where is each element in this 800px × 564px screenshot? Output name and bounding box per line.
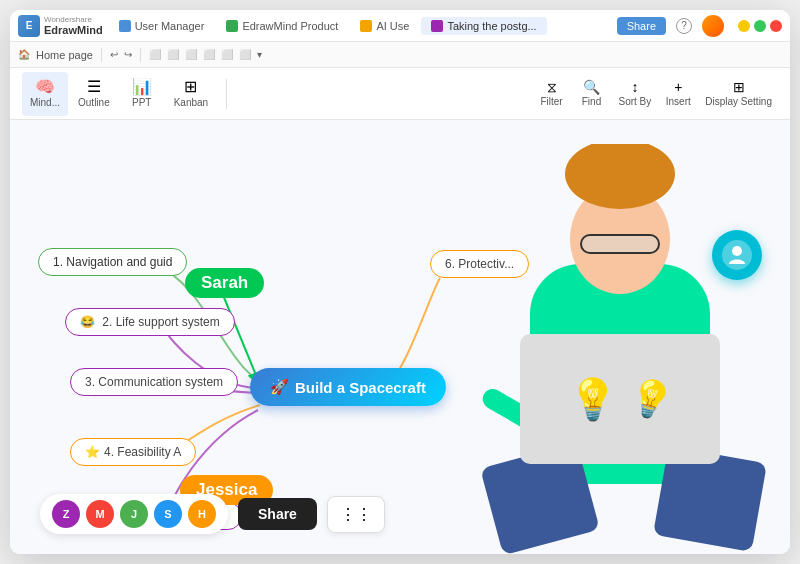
brand-name: EdrawMind — [44, 24, 103, 36]
tool-ppt[interactable]: 📊 PPT — [120, 72, 164, 116]
nav-separator-2 — [140, 48, 141, 62]
tab-label: AI Use — [376, 20, 409, 32]
brand-sub: Wondershare — [44, 15, 103, 24]
window-controls: Share ? — □ ✕ — [609, 15, 782, 37]
tab-label: Taking the postg... — [447, 20, 536, 32]
node-communication[interactable]: 3. Communication system — [70, 368, 238, 396]
filter-icon: ⧖ — [547, 80, 557, 94]
user-avatar[interactable] — [702, 15, 724, 37]
ppt-icon: 📊 — [132, 79, 152, 95]
node-nav-label: 1. Navigation and guid — [53, 255, 172, 269]
tool-display[interactable]: ⊞ Display Setting — [699, 76, 778, 111]
avatar-j[interactable]: J — [120, 500, 148, 528]
insert-label: Insert — [666, 96, 691, 107]
title-bar: E Wondershare EdrawMind User Manager Edr… — [10, 10, 790, 42]
nav-tool-1[interactable]: ⬜ — [149, 49, 161, 60]
insert-icon: + — [674, 80, 682, 94]
outline-icon: ☰ — [87, 79, 101, 95]
nav-bar: 🏠 Home page ↩ ↪ ⬜ ⬜ ⬜ ⬜ ⬜ ⬜ ▾ — [10, 42, 790, 68]
toolbar: 🧠 Mind... ☰ Outline 📊 PPT ⊞ Kanban ⧖ Fil… — [10, 68, 790, 120]
ppt-label: PPT — [132, 97, 151, 108]
avatar-z-letter: Z — [63, 508, 70, 520]
avatar-z[interactable]: Z — [52, 500, 80, 528]
filter-label: Filter — [540, 96, 562, 107]
node-comm-label: 3. Communication system — [85, 375, 223, 389]
central-icon: 🚀 — [270, 378, 289, 396]
sortby-icon: ↕ — [631, 80, 638, 94]
nav-tool-5[interactable]: ⬜ — [221, 49, 233, 60]
svg-point-0 — [732, 246, 742, 256]
redo-icon[interactable]: ↪ — [124, 49, 132, 60]
avatar-h[interactable]: H — [188, 500, 216, 528]
nav-tool-4[interactable]: ⬜ — [203, 49, 215, 60]
display-label: Display Setting — [705, 96, 772, 107]
home-page-label[interactable]: Home page — [36, 49, 93, 61]
floating-circle — [712, 230, 762, 280]
tab-ai-use[interactable]: AI Use — [350, 17, 419, 35]
bottom-bar: Z M J S H Share ⋮⋮ — [40, 494, 385, 534]
name-sarah: Sarah — [185, 268, 264, 298]
sortby-label: Sort By — [619, 96, 652, 107]
help-icon[interactable]: ? — [676, 18, 692, 34]
close-button[interactable]: ✕ — [770, 20, 782, 32]
tab-bar: User Manager EdrawMind Product AI Use Ta… — [109, 17, 603, 35]
node-feasibility-label: 4. Feasibility A — [104, 445, 181, 459]
tool-find[interactable]: 🔍 Find — [573, 76, 611, 111]
nav-tool-2[interactable]: ⬜ — [167, 49, 179, 60]
display-icon: ⊞ — [733, 80, 745, 94]
nav-tool-6[interactable]: ⬜ — [239, 49, 251, 60]
mind-label: Mind... — [30, 97, 60, 108]
app-window: E Wondershare EdrawMind User Manager Edr… — [10, 10, 790, 554]
node-life-label: 2. Life support system — [102, 315, 219, 329]
avatar-group: Z M J S H — [40, 494, 228, 534]
node-life-support[interactable]: 😂 2. Life support system — [65, 308, 235, 336]
nav-tool-3[interactable]: ⬜ — [185, 49, 197, 60]
tab-label: EdrawMind Product — [242, 20, 338, 32]
nav-separator — [101, 48, 102, 62]
kanban-label: Kanban — [174, 97, 208, 108]
avatar-s-letter: S — [164, 508, 171, 520]
home-icon[interactable]: 🏠 — [18, 49, 30, 60]
undo-icon[interactable]: ↩ — [110, 49, 118, 60]
logo-icon: E — [18, 15, 40, 37]
share-button-top[interactable]: Share — [617, 17, 666, 35]
minimize-button[interactable]: — — [738, 20, 750, 32]
tab-taking-postg[interactable]: Taking the postg... — [421, 17, 546, 35]
mind-icon: 🧠 — [35, 79, 55, 95]
tool-sortby[interactable]: ↕ Sort By — [613, 76, 658, 111]
central-label: Build a Spacecraft — [295, 379, 426, 396]
tool-kanban[interactable]: ⊞ Kanban — [166, 72, 216, 116]
find-icon: 🔍 — [583, 80, 600, 94]
node-feasibility[interactable]: ⭐ 4. Feasibility A — [70, 438, 196, 466]
tool-outline[interactable]: ☰ Outline — [70, 72, 118, 116]
tab-icon-green — [226, 20, 238, 32]
tab-user-manager[interactable]: User Manager — [109, 17, 215, 35]
floating-circle-inner — [722, 240, 752, 270]
avatar-h-letter: H — [198, 508, 206, 520]
nav-dropdown[interactable]: ▾ — [257, 49, 262, 60]
app-logo: E Wondershare EdrawMind — [18, 15, 103, 37]
central-node[interactable]: 🚀 Build a Spacecraft — [250, 368, 446, 406]
sarah-text: Sarah — [201, 273, 248, 292]
share-icon: ⋮⋮ — [340, 506, 372, 523]
avatar-s[interactable]: S — [154, 500, 182, 528]
brand-text: Wondershare EdrawMind — [44, 15, 103, 36]
tab-edrawmind-product[interactable]: EdrawMind Product — [216, 17, 348, 35]
maximize-button[interactable]: □ — [754, 20, 766, 32]
share-button[interactable]: Share — [238, 498, 317, 530]
kanban-icon: ⊞ — [184, 79, 197, 95]
toolbar-divider — [226, 79, 227, 109]
tool-filter[interactable]: ⧖ Filter — [533, 76, 571, 111]
share-icon-button[interactable]: ⋮⋮ — [327, 496, 385, 533]
node-navigation[interactable]: 1. Navigation and guid — [38, 248, 187, 276]
tool-mind[interactable]: 🧠 Mind... — [22, 72, 68, 116]
canvas-area[interactable]: 1. Navigation and guid 😂 2. Life support… — [10, 120, 790, 554]
tab-icon-purple — [431, 20, 443, 32]
avatar-m[interactable]: M — [86, 500, 114, 528]
person-image: 💡 💡 — [440, 144, 790, 554]
tool-insert[interactable]: + Insert — [659, 76, 697, 111]
tool-group-main: 🧠 Mind... ☰ Outline 📊 PPT ⊞ Kanban — [22, 72, 216, 116]
tab-icon-orange — [360, 20, 372, 32]
tab-icon-blue — [119, 20, 131, 32]
outline-label: Outline — [78, 97, 110, 108]
